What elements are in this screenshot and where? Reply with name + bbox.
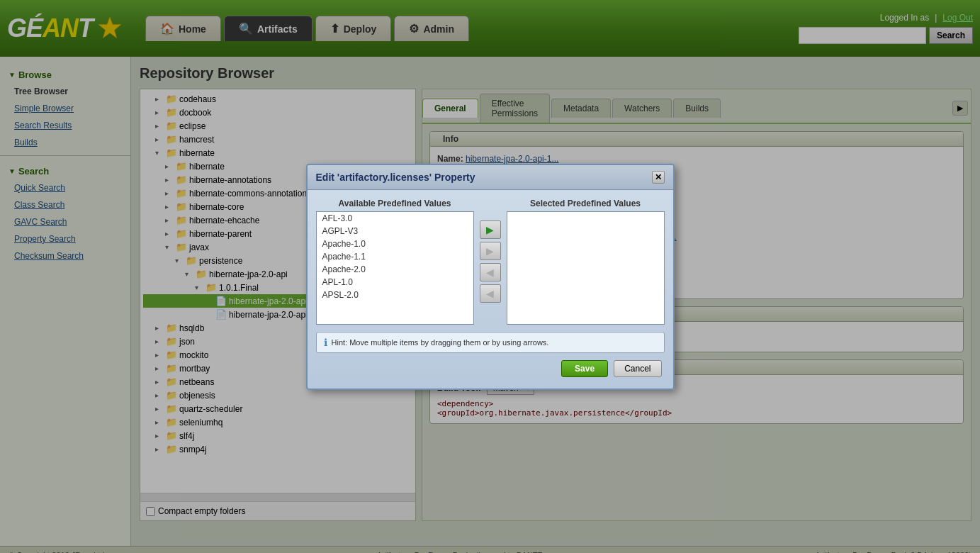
modal-save-button[interactable]: Save xyxy=(561,360,608,377)
modal-overlay[interactable]: Edit 'artifactory.licenses' Property ✕ A… xyxy=(0,0,980,553)
modal-hint: ℹ Hint: Move multiple items by dragging … xyxy=(316,332,665,353)
move-right-button[interactable]: ▶ xyxy=(480,220,501,239)
hint-icon: ℹ xyxy=(324,337,327,348)
selected-list[interactable] xyxy=(507,211,665,325)
available-list-container: Available Predefined Values AFL-3.0AGPL-… xyxy=(316,199,474,325)
move-left-all-button[interactable]: ◀ xyxy=(480,284,501,303)
available-list-item[interactable]: Apache-1.1 xyxy=(317,250,473,263)
modal-cancel-button[interactable]: Cancel xyxy=(614,360,661,377)
modal-lists: Available Predefined Values AFL-3.0AGPL-… xyxy=(316,199,665,325)
modal-title: Edit 'artifactory.licenses' Property xyxy=(316,172,475,183)
available-list-item[interactable]: AGPL-V3 xyxy=(317,225,473,238)
selected-list-title: Selected Predefined Values xyxy=(507,199,665,208)
available-list[interactable]: AFL-3.0AGPL-V3Apache-1.0Apache-1.1Apache… xyxy=(316,211,474,325)
available-list-title: Available Predefined Values xyxy=(316,199,474,208)
modal-dialog: Edit 'artifactory.licenses' Property ✕ A… xyxy=(306,164,675,390)
modal-footer: Save Cancel xyxy=(316,360,665,380)
modal-close-button[interactable]: ✕ xyxy=(652,171,665,184)
selected-list-container: Selected Predefined Values xyxy=(507,199,665,325)
available-list-item[interactable]: APSL-2.0 xyxy=(317,289,473,301)
available-list-item[interactable]: Apache-2.0 xyxy=(317,263,473,276)
available-list-item[interactable]: Apache-1.0 xyxy=(317,238,473,250)
hint-text: Hint: Move multiple items by dragging th… xyxy=(332,338,549,347)
available-list-item[interactable]: APL-1.0 xyxy=(317,276,473,289)
move-right-all-button[interactable]: ▶ xyxy=(480,242,501,260)
move-left-button[interactable]: ◀ xyxy=(480,263,501,281)
modal-header: Edit 'artifactory.licenses' Property ✕ xyxy=(308,165,673,190)
modal-body: Available Predefined Values AFL-3.0AGPL-… xyxy=(308,190,673,389)
modal-arrows: ▶ ▶ ◀ ◀ xyxy=(480,220,501,303)
available-list-item[interactable]: AFL-3.0 xyxy=(317,212,473,225)
